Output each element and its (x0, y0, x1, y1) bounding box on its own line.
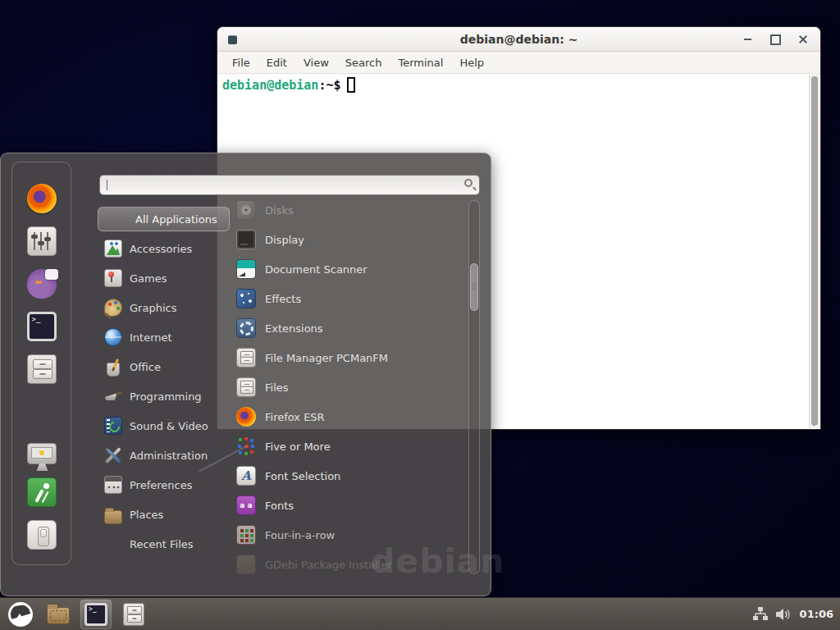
favorites-top (12, 184, 71, 384)
app-icon (236, 495, 256, 515)
favorite-lock-screen[interactable] (27, 443, 57, 464)
menubar-item[interactable]: Search (337, 52, 390, 74)
application-menu: All Applications Accessories Games Graph… (0, 153, 491, 596)
menu-button[interactable] (5, 600, 36, 629)
close-button[interactable] (796, 32, 810, 47)
app-item[interactable]: Font Selection (233, 461, 468, 491)
application-list: Disks Display Document Scanner Effects (233, 195, 468, 586)
category-label: Internet (130, 331, 172, 344)
favorite-terminal[interactable] (27, 312, 57, 341)
category-item[interactable]: Administration (98, 441, 231, 470)
category-label: Graphics (130, 302, 176, 314)
category-label: Recent Files (130, 538, 194, 550)
desktop: debian@debian: ~ File Edit View Search T… (0, 0, 840, 630)
app-label: Disks (265, 204, 294, 217)
category-item[interactable]: Programming (98, 381, 231, 411)
app-icon (236, 289, 256, 308)
minimize-button[interactable] (740, 32, 755, 47)
category-icon (104, 299, 122, 317)
search-icon (464, 179, 472, 187)
category-item[interactable]: Recent Files (98, 529, 231, 559)
favorite-firefox[interactable] (27, 184, 57, 213)
category-item[interactable]: Internet (98, 322, 231, 352)
menubar-item[interactable]: File (224, 52, 258, 74)
launcher-icon (123, 603, 144, 626)
app-item[interactable]: Effects (233, 284, 468, 313)
files-launcher[interactable] (118, 600, 149, 629)
clock[interactable]: 01:06 (800, 608, 833, 620)
menubar-item[interactable]: View (295, 52, 337, 74)
search-input[interactable] (99, 175, 480, 195)
app-item[interactable]: Five or More (233, 431, 468, 461)
network-icon[interactable] (753, 607, 768, 621)
app-label: Extensions (265, 322, 323, 335)
category-item[interactable]: Graphics (98, 293, 231, 322)
favorites-bottom (12, 443, 71, 550)
menubar-item[interactable]: Terminal (390, 52, 451, 74)
category-icon (104, 535, 122, 553)
category-icon (104, 510, 122, 524)
favorite-shutdown[interactable] (27, 520, 57, 550)
terminal-scrollbar[interactable] (809, 75, 819, 428)
app-label: Effects (265, 293, 301, 305)
app-label: GDebi Package Installer (265, 559, 392, 571)
menubar-item[interactable]: Help (451, 52, 492, 74)
app-item[interactable]: Four-in-a-row (233, 520, 468, 550)
volume-icon[interactable] (776, 608, 792, 621)
category-icon (104, 417, 122, 435)
file-manager-launcher[interactable] (43, 600, 74, 629)
terminal-menubar: File Edit View Search Terminal Help (217, 52, 820, 74)
category-icon (104, 387, 122, 405)
category-item[interactable]: Accessories (98, 234, 231, 263)
app-label: Document Scanner (265, 263, 368, 276)
app-icon (236, 348, 256, 368)
category-item[interactable]: Places (98, 500, 231, 529)
terminal-titlebar[interactable]: debian@debian: ~ (217, 27, 820, 52)
app-item[interactable]: Display (233, 225, 468, 254)
category-item[interactable]: All Applications (98, 207, 230, 231)
menubar-item[interactable]: Edit (258, 52, 295, 74)
category-icon (107, 363, 120, 377)
terminal-prompt: debian@debian:~$ (222, 77, 355, 93)
app-icon (236, 259, 256, 279)
app-item[interactable]: GDebi Package Installer (233, 550, 468, 579)
category-label: Games (130, 272, 167, 285)
app-label: Fonts (265, 500, 294, 512)
favorite-file-manager[interactable] (27, 354, 57, 384)
app-list-scrollbar[interactable] (468, 200, 480, 574)
app-item[interactable]: Extensions (233, 313, 468, 343)
category-item[interactable]: Preferences (98, 470, 231, 500)
terminal-scrollbar-thumb[interactable] (811, 76, 818, 426)
app-item[interactable]: File Manager PCManFM (233, 343, 468, 372)
category-item[interactable]: Office (98, 352, 231, 381)
app-item[interactable]: Document Scanner (233, 254, 468, 284)
app-icon (236, 525, 256, 545)
app-item[interactable]: Files (233, 372, 468, 402)
app-item[interactable]: Firefox ESR (233, 402, 468, 431)
search-box (99, 175, 480, 195)
category-item[interactable]: Sound & Video (98, 411, 231, 441)
category-label: Accessories (130, 243, 192, 255)
app-icon (236, 230, 256, 249)
category-label: Programming (130, 390, 202, 403)
taskbar-launchers (0, 598, 149, 630)
app-list-scrollbar-thumb[interactable] (470, 263, 478, 311)
app-icon (236, 200, 256, 220)
launcher-icon (47, 607, 70, 624)
app-label: Files (265, 381, 289, 394)
app-item[interactable]: Disks (233, 195, 468, 225)
app-label: Firefox ESR (265, 411, 325, 423)
favorite-logout[interactable] (27, 477, 57, 507)
category-item[interactable]: Games (98, 263, 231, 293)
maximize-button[interactable] (768, 32, 783, 47)
window-controls (740, 27, 810, 52)
favorite-settings[interactable] (27, 226, 57, 256)
app-item[interactable]: Fonts (233, 491, 468, 520)
favorite-pidgin[interactable] (27, 269, 57, 299)
launcher-icon (84, 603, 107, 626)
app-label: Display (265, 234, 304, 246)
app-label: Four-in-a-row (265, 529, 335, 541)
terminal-task-button[interactable] (80, 600, 112, 629)
category-icon (104, 269, 122, 287)
category-label: Administration (130, 450, 208, 462)
